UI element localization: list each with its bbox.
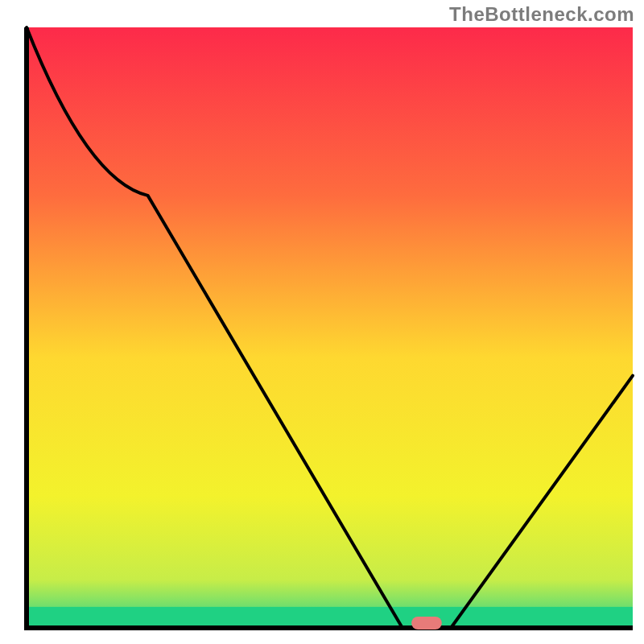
optimal-range-marker — [411, 617, 442, 630]
plot-background — [27, 27, 633, 628]
chart-stage: TheBottleneck.com — [0, 0, 644, 644]
plot-green-band — [27, 607, 633, 628]
watermark-text: TheBottleneck.com — [449, 3, 634, 26]
bottleneck-chart — [0, 0, 644, 644]
